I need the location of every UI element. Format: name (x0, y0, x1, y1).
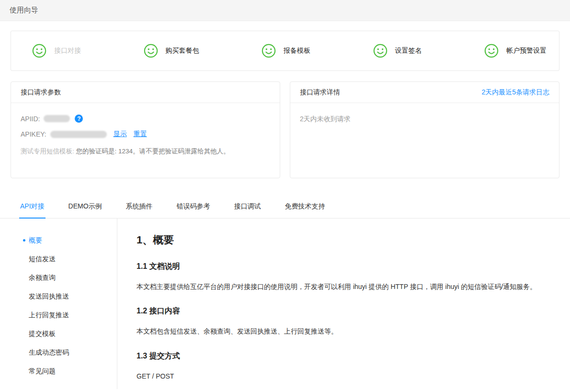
tab-demo[interactable]: DEMO示例 (68, 196, 103, 219)
doc-section-title: 1.2 接口内容 (137, 306, 548, 316)
info-cards-row: 接口请求参数 APIID: ? APIKEY: 显示 重置 测试专用短信模板: … (11, 81, 559, 178)
step-label: 购买套餐包 (166, 46, 199, 55)
sidebar-item-sms-send[interactable]: 短信发送 (0, 250, 117, 268)
step-label: 接口对接 (54, 46, 81, 55)
step-set-signature[interactable]: 设置签名 (373, 44, 422, 58)
tab-tech-support[interactable]: 免费技术支持 (284, 196, 326, 219)
apikey-row: APIKEY: 显示 重置 (21, 130, 270, 138)
tab-error-codes[interactable]: 错误码参考 (176, 196, 211, 219)
doc-tabs: API对接 DEMO示例 系统插件 错误码参考 接口调试 免费技术支持 (0, 196, 570, 219)
doc-content: 概要 短信发送 余额查询 发送回执推送 上行回复推送 提交模板 生成动态密码 常… (0, 219, 570, 389)
sidebar-item-dynamic-password[interactable]: 生成动态密码 (0, 343, 117, 362)
page-title: 使用向导 (10, 6, 38, 15)
smiley-icon (484, 44, 499, 58)
card-title: 接口请求详情 (300, 88, 340, 97)
doc-section-title: 1.1 文档说明 (137, 262, 548, 272)
usage-guide-steps: 接口对接 购买套餐包 报备模板 设置签名 帐户预警设置 (11, 31, 559, 71)
apikey-label: APIKEY: (21, 130, 46, 138)
note-body: 您的验证码是: 1234。请不要把验证码泄露给其他人。 (74, 148, 230, 155)
step-api-integration[interactable]: 接口对接 (32, 44, 81, 58)
sidebar-item-balance-query[interactable]: 余额查询 (0, 268, 117, 287)
card-header: 接口请求详情 2天内最近5条请求日志 (290, 82, 559, 103)
apiid-redacted-value (44, 115, 70, 122)
show-apikey-link[interactable]: 显示 (114, 130, 127, 138)
sidebar-item-delivery-push[interactable]: 发送回执推送 (0, 287, 117, 306)
step-label: 设置签名 (395, 46, 422, 55)
doc-section-body: 本文档包含短信发送、余额查询、发送回执推送、上行回复推送等。 (137, 326, 548, 336)
card-body: 2天内未收到请求 (290, 103, 559, 124)
step-label: 报备模板 (284, 46, 310, 55)
sidebar-item-reply-push[interactable]: 上行回复推送 (0, 306, 117, 324)
card-body: APIID: ? APIKEY: 显示 重置 测试专用短信模板: 您的验证码是:… (11, 103, 280, 156)
doc-main: 1、概要 1.1 文档说明 本文档主要提供给互亿平台的用户对接接口的使用说明，开… (117, 219, 570, 389)
doc-section-body: 本文档主要提供给互亿平台的用户对接接口的使用说明，开发者可以利用 ihuyi 提… (137, 281, 548, 292)
help-icon[interactable]: ? (75, 115, 83, 123)
recent-request-log-link[interactable]: 2天内最近5条请求日志 (481, 88, 549, 97)
doc-section-title: 1.3 提交方式 (137, 351, 548, 361)
sidebar-item-faq[interactable]: 常见问题 (0, 362, 117, 380)
doc-section-body: GET / POST (137, 371, 548, 381)
card-header: 接口请求参数 (11, 82, 280, 103)
sidebar-item-overview[interactable]: 概要 (0, 231, 117, 250)
tab-api-integration[interactable]: API对接 (19, 196, 46, 219)
step-label: 帐户预警设置 (506, 46, 547, 55)
smiley-icon (262, 44, 276, 58)
apiid-row: APIID: ? (21, 115, 270, 123)
doc-heading: 1、概要 (137, 233, 548, 247)
sidebar-item-submit-template[interactable]: 提交模板 (0, 324, 117, 343)
card-title: 接口请求参数 (21, 88, 61, 97)
tab-plugins[interactable]: 系统插件 (125, 196, 154, 219)
smiley-icon (373, 44, 388, 58)
reset-apikey-link[interactable]: 重置 (134, 130, 147, 138)
note-prefix: 测试专用短信模板: (21, 148, 74, 155)
doc-sidebar: 概要 短信发送 余额查询 发送回执推送 上行回复推送 提交模板 生成动态密码 常… (0, 219, 117, 389)
apiid-label: APIID: (21, 115, 40, 123)
request-params-card: 接口请求参数 APIID: ? APIKEY: 显示 重置 测试专用短信模板: … (11, 81, 280, 178)
step-report-template[interactable]: 报备模板 (262, 44, 310, 58)
step-account-alert[interactable]: 帐户预警设置 (484, 44, 547, 58)
smiley-icon (32, 44, 46, 58)
test-template-note: 测试专用短信模板: 您的验证码是: 1234。请不要把验证码泄露给其他人。 (21, 147, 270, 156)
step-buy-package[interactable]: 购买套餐包 (144, 44, 199, 58)
request-detail-card: 接口请求详情 2天内最近5条请求日志 2天内未收到请求 (290, 81, 559, 178)
tab-api-debug[interactable]: 接口调试 (233, 196, 262, 219)
apikey-redacted-value (50, 131, 107, 138)
topbar: 使用向导 (0, 0, 570, 21)
no-request-text: 2天内未收到请求 (300, 115, 351, 123)
smiley-icon (144, 44, 158, 58)
